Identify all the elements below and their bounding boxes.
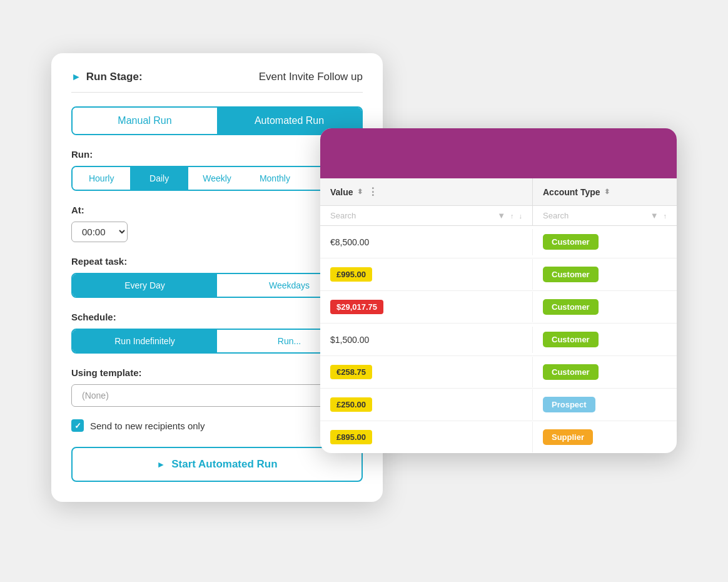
account-badge: Customer [543, 234, 599, 250]
search-row: Search ▼ ↑ ↓ Search ▼ ↑ [320, 206, 677, 226]
account-cell: Customer [533, 324, 677, 355]
right-card: Value ⬍ ⋮ Account Type ⬍ Search ▼ ↑ ↓ Se… [320, 128, 677, 453]
table-row: £250.00 Prospect [320, 389, 677, 421]
template-select[interactable]: (None) [71, 384, 363, 407]
value-cell: £895.00 [320, 422, 533, 452]
run-stage-value: Event Invite Follow up [259, 71, 363, 83]
run-stage-header: ► Run Stage: Event Invite Follow up [71, 71, 363, 93]
every-day-tab[interactable]: Every Day [73, 274, 217, 297]
template-section: Using template: (None) [71, 367, 363, 407]
run-stage-left: ► Run Stage: [71, 71, 143, 83]
freq-tab-hourly[interactable]: Hourly [73, 167, 130, 190]
value-cell: €258.75 [320, 357, 533, 387]
value-cell: £250.00 [320, 389, 533, 420]
schedule-tabs: Run Indefinitely Run... [71, 329, 363, 354]
account-sort-icon[interactable]: ⬍ [604, 188, 610, 196]
frequency-tabs: Hourly Daily Weekly Monthly Yearly [71, 166, 363, 191]
run-label: Run: [71, 149, 363, 160]
account-type-column-header: Account Type ⬍ [533, 178, 677, 205]
send-new-recipients-checkbox[interactable]: ✓ [71, 419, 84, 432]
value-cell: $29,017.75 [320, 292, 533, 322]
table-header-row: Value ⬍ ⋮ Account Type ⬍ [320, 178, 677, 206]
run-indefinitely-tab[interactable]: Run Indefinitely [73, 330, 217, 352]
checkbox-row: ✓ Send to new recipients only [71, 419, 363, 432]
run-type-tabs: Manual Run Automated Run [71, 106, 363, 135]
repeat-task-label: Repeat task: [71, 256, 363, 267]
value-cell: €8,500.00 [320, 229, 533, 255]
checkbox-label: Send to new recipients only [90, 421, 205, 431]
account-cell: Customer [533, 226, 677, 258]
table-row: €8,500.00 Customer [320, 226, 677, 258]
btn-play-icon: ► [156, 459, 165, 469]
value-cell: $1,500.00 [320, 327, 533, 353]
repeat-task-tabs: Every Day Weekdays [71, 273, 363, 298]
value-sort-icon[interactable]: ⬍ [357, 188, 363, 196]
account-badge: Supplier [543, 429, 593, 445]
value-badge: €258.75 [330, 365, 372, 379]
account-badge: Prospect [543, 397, 595, 412]
at-section: At: 00:00 01:00 02:00 06:00 09:00 12:00 … [71, 205, 363, 242]
using-template-label: Using template: [71, 367, 363, 378]
account-cell: Supplier [533, 421, 677, 453]
value-column-header: Value ⬍ ⋮ [320, 178, 533, 205]
value-search-cell: Search ▼ ↑ ↓ [320, 206, 533, 225]
value-up-arrow[interactable]: ↑ [510, 212, 514, 220]
start-automated-run-button[interactable]: ► Start Automated Run [71, 447, 363, 482]
scene: ► Run Stage: Event Invite Follow up Manu… [51, 34, 677, 548]
account-cell: Customer [533, 291, 677, 323]
table-row: £995.00 Customer [320, 258, 677, 291]
table-row: €258.75 Customer [320, 356, 677, 389]
table-row: $1,500.00 Customer [320, 324, 677, 356]
value-down-arrow[interactable]: ↓ [519, 212, 523, 220]
check-mark: ✓ [74, 421, 81, 431]
account-badge: Customer [543, 299, 599, 315]
account-type-column-label: Account Type [543, 187, 600, 197]
play-icon: ► [71, 71, 81, 83]
account-badge: Customer [543, 332, 599, 347]
account-cell: Prospect [533, 389, 677, 421]
freq-tab-monthly[interactable]: Monthly [246, 167, 303, 190]
value-badge: $29,017.75 [330, 300, 383, 314]
run-stage-label: Run Stage: [86, 71, 143, 83]
account-cell: Customer [533, 258, 677, 290]
time-select[interactable]: 00:00 01:00 02:00 06:00 09:00 12:00 18:0… [71, 222, 128, 242]
value-search-placeholder: Search [330, 211, 492, 220]
schedule-label: Schedule: [71, 312, 363, 322]
freq-tab-weekly[interactable]: Weekly [188, 167, 246, 190]
value-badge: £895.00 [330, 430, 372, 444]
table-row: $29,017.75 Customer [320, 291, 677, 324]
value-text: $1,500.00 [330, 335, 369, 345]
value-column-label: Value [330, 187, 353, 197]
value-badge: £995.00 [330, 267, 372, 282]
account-cell: Customer [533, 356, 677, 388]
value-dots-icon[interactable]: ⋮ [368, 186, 378, 198]
start-btn-label: Start Automated Run [171, 458, 277, 471]
manual-run-tab[interactable]: Manual Run [73, 108, 217, 134]
value-badge: £250.00 [330, 397, 372, 412]
at-label: At: [71, 205, 363, 215]
account-badge: Customer [543, 364, 599, 380]
value-text: €8,500.00 [330, 237, 369, 247]
account-badge: Customer [543, 267, 599, 282]
account-filter-icon[interactable]: ▼ [650, 211, 659, 220]
account-search-cell: Search ▼ ↑ [533, 206, 677, 225]
value-cell: £995.00 [320, 259, 533, 290]
table-row: £895.00 Supplier [320, 421, 677, 453]
freq-tab-daily[interactable]: Daily [130, 167, 188, 190]
account-search-placeholder: Search [543, 211, 645, 220]
value-filter-icon[interactable]: ▼ [497, 211, 505, 220]
account-up-arrow[interactable]: ↑ [664, 212, 667, 220]
right-card-header [320, 128, 677, 178]
